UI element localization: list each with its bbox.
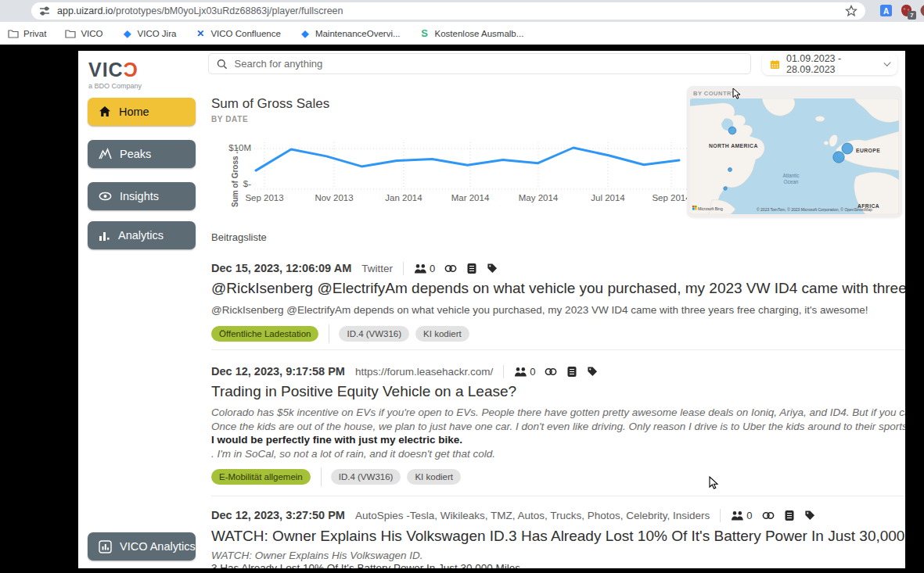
divider — [329, 324, 329, 343]
map-label-ocean2: Ocean — [784, 179, 799, 184]
notebook-icon[interactable] — [466, 263, 477, 274]
map-bubble[interactable] — [833, 152, 844, 163]
post-list: Beitragsliste Dec 15, 2023, 12:06:09 AM … — [207, 227, 905, 568]
url-text[interactable]: app.uizard.io/prototypes/bM0yoLjx03uRdz6… — [57, 5, 343, 16]
post-title[interactable]: WATCH: Owner Explains His Volkswagen ID.… — [211, 526, 905, 546]
bookmarks-bar: Privat VICO ◆ VICO Jira ✕ VICO Confluenc… — [0, 22, 924, 45]
notebook-icon[interactable] — [566, 366, 577, 378]
chart-title: Sum of Gross Sales — [211, 96, 329, 112]
post-body-line: . I'm in SoCal, so not a lot of rain, an… — [211, 447, 905, 461]
reach-indicator[interactable]: 0 — [514, 366, 535, 378]
bar-chart-icon — [99, 230, 110, 242]
bookmark-vico-jira[interactable]: ◆ VICO Jira — [122, 28, 177, 39]
bookmark-star-icon[interactable] — [845, 5, 857, 17]
screen: app.uizard.io/prototypes/bM0yoLjx03uRdz6… — [0, 0, 924, 573]
app-canvas: VICƆ a BDO Company Home Peaks Insights A… — [78, 51, 905, 568]
folder-icon — [8, 28, 19, 39]
bookmark-vico[interactable]: VICO — [65, 28, 102, 39]
extension-badge: 7 — [908, 11, 916, 20]
search-icon — [217, 59, 228, 70]
sidebar-item-home[interactable]: Home — [88, 98, 196, 126]
divider — [720, 509, 721, 522]
notebook-icon[interactable] — [784, 510, 795, 521]
peaks-icon — [99, 148, 112, 160]
world-map[interactable]: NORTH AMERICA EUROPE AFRICA Atlantic Oce… — [690, 98, 899, 214]
translate-icon[interactable]: A — [879, 4, 893, 17]
tag-green[interactable]: E-Mobilität allgemein — [211, 469, 311, 485]
post-date: Dec 12, 2023, 9:17:58 PM — [211, 365, 345, 378]
bookmark-vico-confluence[interactable]: ✕ VICO Confluence — [195, 28, 281, 39]
post-list-header: Beitragsliste — [211, 231, 905, 243]
y-tick-zero: $- — [214, 179, 251, 188]
jira-icon: ◆ — [122, 28, 133, 39]
post-body-bold: I would be perfectly fine with just my e… — [211, 433, 905, 447]
logo-tagline: a BDO Company — [88, 82, 142, 90]
sidebar-item-peaks[interactable]: Peaks — [88, 140, 196, 168]
x-tick-5: Jul 2014 — [591, 193, 624, 202]
gross-sales-chart: Sum of Gross Sales BY DATE Sum of Gross … — [207, 90, 687, 215]
x-tick-3: Mar 2014 — [451, 193, 490, 202]
reach-indicator[interactable]: 0 — [414, 263, 435, 274]
sidebar-item-vico-analytics[interactable]: VICO Analytics — [88, 532, 196, 560]
date-range-value: 01.09.2023 - 28.09.2023 — [786, 53, 879, 75]
map-bubble[interactable] — [728, 127, 736, 134]
audience-icon — [514, 367, 527, 377]
tag-icon[interactable] — [587, 366, 598, 377]
tag-icon[interactable] — [487, 263, 498, 274]
link-icon[interactable] — [545, 367, 557, 377]
map-bubble[interactable] — [724, 187, 727, 190]
extension-icon[interactable]: 7 — [900, 4, 913, 17]
confluence-icon: ✕ — [195, 28, 206, 39]
x-tick-6: Sep 2014 — [652, 193, 687, 202]
sidebar-item-insights[interactable]: Insights — [88, 182, 196, 210]
profile-avatar[interactable] — [919, 4, 924, 17]
post-title[interactable]: Trading in Positive Equity Vehicle on a … — [211, 381, 905, 402]
tag-icon[interactable] — [804, 510, 815, 521]
analytics-box-icon — [99, 540, 112, 553]
logo-text: VIC — [88, 59, 124, 81]
link-icon[interactable] — [762, 510, 775, 521]
url-domain: app.uizard.io — [57, 5, 113, 16]
chevron-down-icon — [883, 59, 890, 66]
bottom-letterbox — [0, 568, 924, 573]
link-icon[interactable] — [444, 263, 457, 274]
tag-gray[interactable]: ID.4 (VW316) — [331, 469, 401, 485]
jira-icon: ◆ — [300, 28, 311, 39]
audience-icon — [414, 263, 427, 274]
country-map-card[interactable]: BY COUNTRY — [687, 86, 902, 217]
address-bar[interactable]: app.uizard.io/prototypes/bM0yoLjx03uRdz6… — [31, 2, 865, 20]
post-source[interactable]: Twitter — [361, 263, 393, 274]
date-range-picker[interactable]: 01.09.2023 - 28.09.2023 — [762, 53, 897, 75]
map-bubble[interactable] — [842, 143, 853, 154]
map-label-ocean1: Atlantic — [783, 173, 800, 178]
post-source[interactable]: AutoSpies -Tesla, Wikileaks, TMZ, Autos,… — [355, 510, 710, 521]
tag-gray[interactable]: KI kodiert — [415, 326, 469, 342]
sidebar-item-analytics[interactable]: Analytics — [88, 221, 196, 249]
site-info-icon[interactable] — [39, 5, 50, 16]
search-input[interactable] — [235, 58, 742, 70]
map-label-europe: EUROPE — [856, 148, 880, 153]
tag-gray[interactable]: ID.4 (VW316) — [339, 326, 409, 342]
mouse-cursor — [709, 476, 719, 490]
x-tick-0: Sep 2013 — [245, 193, 283, 202]
map-brand-label: Microsoft Bing — [698, 206, 723, 211]
browser-toolbar: app.uizard.io/prototypes/bM0yoLjx03uRdz6… — [0, 0, 924, 22]
url-path: /prototypes/bM0yoLjx03uRdz68863j/player/… — [113, 5, 343, 16]
bookmark-ausmal[interactable]: S Kostenlose Ausmalb... — [419, 28, 524, 39]
post-body-line: Colorado has $5k incentive on EVs if you… — [211, 406, 905, 420]
post-title[interactable]: @RickIsenberg @ElectrifyAm depends on wh… — [211, 278, 905, 299]
map-bubble[interactable] — [728, 168, 732, 172]
reach-indicator[interactable]: 0 — [731, 510, 752, 521]
svg-text:A: A — [883, 7, 889, 16]
s-icon: S — [419, 28, 430, 39]
tag-gray[interactable]: KI kodiert — [407, 469, 461, 485]
divider — [321, 467, 322, 486]
post-source[interactable]: https://forum.leasehackr.com/ — [355, 366, 493, 378]
bookmark-privat[interactable]: Privat — [8, 28, 46, 39]
bookmark-maintenance[interactable]: ◆ MaintenanceOvervi... — [300, 28, 401, 39]
tag-green[interactable]: Öffentliche Ladestation — [211, 326, 318, 342]
map-label-north-america: NORTH AMERICA — [709, 143, 758, 149]
chart-plot — [254, 133, 687, 195]
post-body-line: 3 Has Already Lost 10% Of It's Battery P… — [211, 561, 905, 568]
audience-icon — [731, 510, 744, 521]
